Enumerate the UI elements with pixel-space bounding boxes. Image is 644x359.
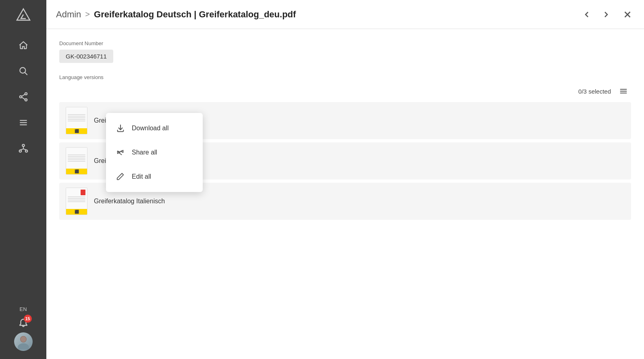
dropdown-item-edit-all[interactable]: Edit all [106, 165, 203, 189]
header-nav [580, 8, 634, 21]
svg-point-13 [25, 150, 27, 152]
close-button[interactable] [621, 8, 634, 21]
sidebar: EN 15 [0, 0, 46, 359]
notification-badge: 15 [24, 315, 32, 323]
versions-menu-button[interactable] [617, 85, 629, 97]
lang-versions-label: Language versions [59, 74, 631, 80]
breadcrumb-title: Greiferkatalog Deutsch | Greiferkatalog_… [94, 9, 296, 20]
svg-line-16 [23, 149, 27, 150]
download-all-label: Download all [132, 125, 169, 132]
versions-toolbar: 0/3 selected [59, 85, 631, 97]
svg-line-7 [22, 97, 25, 99]
svg-point-11 [22, 144, 24, 146]
svg-point-1 [20, 67, 25, 73]
sidebar-item-hierarchy[interactable] [0, 137, 46, 160]
doc-thumb-deutsch: ⬛ [66, 107, 87, 134]
doc-row-name-italienisch: Greiferkatalog Italienisch [94, 198, 165, 205]
breadcrumb: Admin > Greiferkatalog Deutsch | Greifer… [56, 9, 296, 20]
sidebar-item-home[interactable] [0, 34, 46, 56]
nav-prev-button[interactable] [580, 8, 593, 21]
edit-all-label: Edit all [132, 173, 151, 180]
share-icon [116, 148, 125, 157]
svg-point-12 [19, 150, 21, 152]
sidebar-item-share[interactable] [0, 86, 46, 108]
sidebar-bottom: EN 15 [14, 306, 33, 355]
dropdown-item-download-all[interactable]: Download all [106, 116, 203, 140]
sidebar-logo[interactable] [12, 4, 35, 27]
svg-point-19 [21, 336, 26, 342]
dropdown-menu: Download all Share all Edit all [106, 113, 203, 192]
breadcrumb-separator: > [85, 10, 90, 19]
svg-point-5 [25, 99, 27, 101]
share-all-label: Share all [132, 149, 157, 156]
notification-button[interactable]: 15 [18, 317, 29, 328]
download-icon [116, 123, 125, 133]
svg-point-4 [19, 96, 21, 98]
svg-point-3 [25, 93, 27, 95]
language-selector[interactable]: EN [19, 306, 27, 312]
svg-line-2 [25, 73, 27, 75]
svg-point-18 [18, 343, 29, 350]
header: Admin > Greiferkatalog Deutsch | Greifer… [46, 0, 644, 29]
breadcrumb-admin: Admin [56, 9, 81, 20]
svg-line-15 [20, 149, 23, 150]
sidebar-item-list[interactable] [0, 111, 46, 134]
dropdown-item-share-all[interactable]: Share all [106, 140, 203, 165]
doc-number-badge: GK-002346711 [59, 50, 113, 63]
selected-count: 0/3 selected [578, 88, 611, 95]
doc-thumb-italienisch: ⬛ [66, 188, 87, 215]
nav-next-button[interactable] [600, 8, 613, 21]
user-avatar[interactable] [14, 332, 33, 351]
sidebar-item-search[interactable] [0, 60, 46, 82]
edit-icon [116, 172, 125, 182]
doc-thumb-franzoesisch: ⬛ [66, 147, 87, 175]
content-area: Document Number GK-002346711 Language ve… [46, 29, 644, 359]
doc-number-label: Document Number [59, 40, 631, 46]
main-panel: Admin > Greiferkatalog Deutsch | Greifer… [46, 0, 644, 359]
svg-line-6 [22, 94, 25, 96]
